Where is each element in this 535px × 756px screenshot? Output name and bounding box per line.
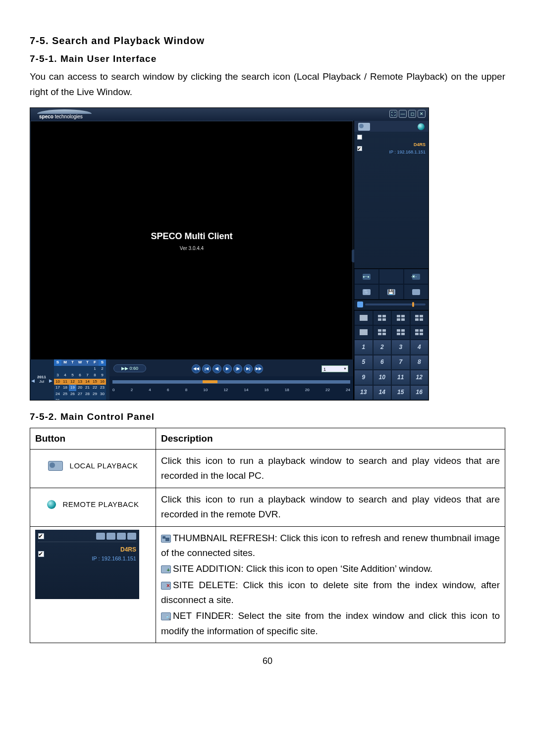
control-panel-table: Button Description LOCAL PLAYBACK Click … bbox=[30, 428, 505, 644]
options-icon[interactable] bbox=[404, 284, 428, 300]
local-playback-label: LOCAL PLAYBACK bbox=[70, 460, 138, 472]
site-root-checkbox[interactable] bbox=[38, 533, 44, 539]
close-button[interactable]: ✕ bbox=[418, 110, 426, 118]
layout-1p12-button[interactable] bbox=[391, 325, 410, 340]
pane-collapse-handle[interactable] bbox=[352, 250, 354, 262]
site-ip-label: IP : 192.168.1.151 bbox=[389, 150, 426, 154]
video-area: SPECO Multi Client Ver 3.0.4.4 bbox=[30, 121, 353, 360]
speaker-icon[interactable] bbox=[357, 302, 363, 307]
playback-control-bar: ◀ 2011Jul ▶ SMTWTFS123456789101112131415… bbox=[30, 359, 353, 400]
layout-grid-buttons bbox=[354, 310, 428, 340]
site-toolbar bbox=[354, 268, 428, 300]
transport-controls: ◀◀ |◀ ◀| ▶ |▶ ▶| ▶▶ bbox=[192, 364, 263, 373]
site-ip-label: IP : 192.168.1.151 bbox=[47, 554, 136, 563]
page-number: 60 bbox=[30, 654, 505, 668]
layout-1p5-button[interactable] bbox=[354, 325, 373, 340]
video-placeholder-title: SPECO Multi Client bbox=[151, 229, 232, 244]
channel-13-button[interactable]: 13 bbox=[354, 385, 373, 401]
section-7-5-1: 7-5-1. Main User Interface bbox=[30, 51, 505, 66]
minimize-button[interactable]: — bbox=[399, 110, 407, 118]
step-fwd-button[interactable]: |▶ bbox=[233, 364, 242, 373]
skip-start-button[interactable]: |◀ bbox=[202, 364, 211, 373]
channel-1-button[interactable]: 1 bbox=[354, 340, 373, 355]
site-delete-icon[interactable] bbox=[117, 533, 126, 540]
playback-left-pane: SPECO Multi Client Ver 3.0.4.4 2011-07-1… bbox=[30, 121, 353, 400]
site-delete-desc: SITE DELETE: Click this icon to delete s… bbox=[161, 578, 500, 608]
channel-number-grid: 12345678910111213141516 bbox=[354, 340, 428, 400]
speed-indicator: ▶▶ 0:60 bbox=[113, 364, 146, 372]
channel-16-button[interactable]: 16 bbox=[410, 385, 429, 401]
layout-9-button[interactable] bbox=[391, 310, 410, 325]
remote-playback-desc: Click this icon to run a playback window… bbox=[161, 492, 500, 522]
channel-5-button[interactable]: 5 bbox=[354, 355, 373, 370]
playback-mode-tabs bbox=[354, 121, 428, 132]
section-7-5-2: 7-5-2. Main Control Panel bbox=[30, 409, 505, 424]
playback-window-screenshot: speco technologies ⛶ — ◻ ✕ SPECO Multi C… bbox=[30, 107, 429, 401]
channel-15-button[interactable]: 15 bbox=[391, 385, 410, 401]
section-7-5-1-intro: You can access to search window by click… bbox=[30, 69, 505, 100]
fullscreen-button[interactable]: ⛶ bbox=[389, 110, 397, 118]
remote-playback-icon[interactable] bbox=[418, 123, 425, 130]
calendar-widget[interactable]: ◀ 2011Jul ▶ SMTWTFS123456789101112131415… bbox=[30, 359, 109, 400]
calendar-prev-icon[interactable]: ◀ bbox=[31, 377, 35, 384]
site-tree: D4RS IP : 192.168.1.151 bbox=[354, 132, 428, 160]
channel-9-button[interactable]: 9 bbox=[354, 370, 373, 385]
channel-7-button[interactable]: 7 bbox=[391, 355, 410, 370]
col-header-description: Description bbox=[156, 428, 505, 449]
layout-4-button[interactable] bbox=[373, 310, 392, 325]
site-addition-icon bbox=[161, 565, 171, 573]
connect-icon[interactable] bbox=[354, 269, 379, 284]
maximize-button[interactable]: ◻ bbox=[408, 110, 416, 118]
window-titlebar: speco technologies ⛶ — ◻ ✕ bbox=[30, 108, 428, 121]
col-header-button: Button bbox=[30, 428, 156, 449]
local-playback-icon bbox=[48, 461, 63, 471]
site-delete-icon bbox=[161, 582, 171, 590]
site-root-checkbox[interactable] bbox=[357, 135, 362, 140]
local-playback-desc: Click this icon to run a playback window… bbox=[161, 454, 500, 484]
thumbnail-refresh-icon[interactable] bbox=[96, 533, 105, 540]
layout-seq-button[interactable] bbox=[410, 325, 429, 340]
channel-4-button[interactable]: 4 bbox=[410, 340, 429, 355]
remote-playback-icon bbox=[47, 500, 56, 509]
forward-fast-button[interactable]: ▶▶ bbox=[254, 364, 263, 373]
thumbnail-refresh-desc: THUMBNAIL REFRESH: Click this icon to re… bbox=[161, 531, 500, 561]
channel-11-button[interactable]: 11 bbox=[391, 370, 410, 385]
play-button[interactable]: ▶ bbox=[223, 364, 232, 373]
calendar-next-icon[interactable]: ▶ bbox=[49, 377, 53, 384]
skip-end-button[interactable]: ▶| bbox=[244, 364, 253, 373]
layout-1p7-button[interactable] bbox=[373, 325, 392, 340]
volume-control[interactable] bbox=[354, 300, 428, 309]
channel-3-button[interactable]: 3 bbox=[391, 340, 410, 355]
net-finder-icon bbox=[161, 612, 171, 620]
site-checkbox[interactable] bbox=[357, 146, 362, 151]
disconnect-icon[interactable] bbox=[404, 269, 428, 284]
channel-14-button[interactable]: 14 bbox=[373, 385, 392, 401]
step-back-button[interactable]: ◀| bbox=[213, 364, 221, 373]
section-7-5: 7-5. Search and Playback Window bbox=[30, 33, 505, 49]
volume-slider[interactable] bbox=[365, 303, 426, 305]
channel-10-button[interactable]: 10 bbox=[373, 370, 392, 385]
save-icon[interactable] bbox=[379, 284, 404, 300]
calendar-grid[interactable]: SMTWTFS123456789101112131415161718192021… bbox=[54, 359, 106, 401]
site-addition-desc: SITE ADDITION: Click this icon to open ‘… bbox=[161, 561, 500, 576]
site-addition-icon[interactable] bbox=[107, 533, 115, 540]
channel-12-button[interactable]: 12 bbox=[410, 370, 429, 385]
speed-select[interactable]: 1 bbox=[321, 365, 348, 372]
channel-6-button[interactable]: 6 bbox=[373, 355, 392, 370]
channel-2-button[interactable]: 2 bbox=[373, 340, 392, 355]
site-index-panel: D4RS IP : 192.168.1.151 bbox=[35, 530, 139, 599]
remote-playback-label: REMOTE PLAYBACK bbox=[63, 499, 139, 510]
site-name-label: D4RS bbox=[414, 142, 426, 147]
video-placeholder-version: Ver 3.0.4.4 bbox=[180, 245, 204, 252]
playback-right-pane: D4RS IP : 192.168.1.151 123456 bbox=[353, 121, 428, 400]
layout-16-button[interactable] bbox=[410, 310, 429, 325]
net-finder-icon[interactable] bbox=[127, 533, 136, 540]
site-checkbox[interactable] bbox=[38, 551, 44, 557]
local-playback-icon[interactable] bbox=[358, 123, 370, 131]
brand-text: speco technologies bbox=[39, 113, 83, 121]
rewind-fast-button[interactable]: ◀◀ bbox=[192, 364, 201, 373]
layout-1-button[interactable] bbox=[354, 310, 373, 325]
sort-icon[interactable] bbox=[354, 284, 379, 300]
channel-8-button[interactable]: 8 bbox=[410, 355, 429, 370]
timeline[interactable]: 024681012141618202224 bbox=[109, 376, 353, 400]
